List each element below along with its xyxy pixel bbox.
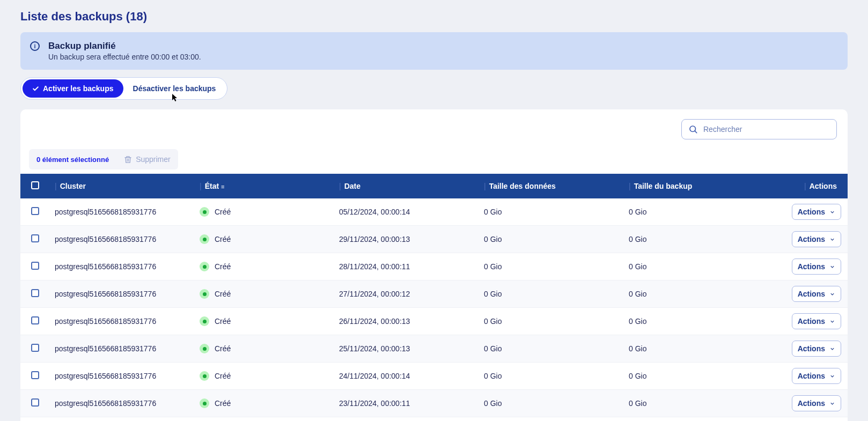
sort-icon: ≡ <box>221 183 223 190</box>
cell-state: Créé <box>194 308 334 335</box>
row-actions-button[interactable]: Actions <box>792 286 841 302</box>
chevron-down-icon <box>829 346 835 352</box>
cell-data-size: 0 Gio <box>479 390 623 417</box>
enable-backups-label: Activer les backups <box>43 84 114 93</box>
cell-cluster: postgresql5165668185931776 <box>49 198 194 226</box>
row-actions-button[interactable]: Actions <box>792 313 841 329</box>
search-field[interactable] <box>681 119 837 139</box>
banner-title: Backup planifié <box>48 41 838 51</box>
banner-text: Un backup sera effectué entre 00:00 et 0… <box>48 53 838 61</box>
table-row: postgresql5165668185931776 Créé 23/11/20… <box>20 390 848 417</box>
chevron-down-icon <box>829 264 835 270</box>
backup-toggle-group: Activer les backups Désactiver les backu… <box>20 77 227 100</box>
chevron-down-icon <box>829 319 835 324</box>
cell-cluster: postgresql5165668185931776 <box>49 226 194 253</box>
disable-backups-label: Désactiver les backups <box>133 84 216 93</box>
cell-date: 23/11/2024, 00:00:11 <box>334 390 479 417</box>
row-checkbox[interactable] <box>31 371 39 379</box>
row-checkbox[interactable] <box>31 316 39 324</box>
row-checkbox[interactable] <box>31 207 39 215</box>
col-backup-size[interactable]: |Taille du backup <box>623 174 763 198</box>
cell-state: Créé <box>194 390 334 417</box>
row-checkbox[interactable] <box>31 398 39 407</box>
cell-data-size: 0 Gio <box>479 335 623 363</box>
row-actions-button[interactable]: Actions <box>792 368 841 384</box>
row-checkbox[interactable] <box>31 344 39 352</box>
chevron-down-icon <box>829 237 835 242</box>
cell-state: Créé <box>194 280 334 308</box>
cell-date: 25/11/2024, 00:00:13 <box>334 335 479 363</box>
cell-backup-size: 0 Gio <box>623 390 763 417</box>
chevron-down-icon <box>829 291 835 297</box>
search-input[interactable] <box>703 125 830 134</box>
cell-cluster: postgresql5165668185931776 <box>49 308 194 335</box>
row-actions-button[interactable]: Actions <box>792 231 841 247</box>
check-icon <box>32 85 39 92</box>
row-actions-button[interactable]: Actions <box>792 341 841 357</box>
status-dot-icon <box>200 398 209 408</box>
table-row: postgresql5165668185931776 Créé 29/11/20… <box>20 226 848 253</box>
cell-data-size: 0 Gio <box>479 253 623 280</box>
cell-state: Créé <box>194 363 334 390</box>
col-actions: |Actions <box>763 174 848 198</box>
cell-date: 05/12/2024, 00:00:14 <box>334 198 479 226</box>
backup-table: |Cluster |État≡ |Date |Taille des donnée… <box>20 174 848 417</box>
col-data-size[interactable]: |Taille des données <box>479 174 623 198</box>
cell-backup-size: 0 Gio <box>623 308 763 335</box>
table-row: postgresql5165668185931776 Créé 28/11/20… <box>20 253 848 280</box>
status-dot-icon <box>200 289 209 299</box>
row-actions-button[interactable]: Actions <box>792 258 841 275</box>
cell-data-size: 0 Gio <box>479 226 623 253</box>
cell-state: Créé <box>194 253 334 280</box>
search-icon <box>688 124 698 134</box>
delete-button[interactable]: Supprimer <box>124 155 171 164</box>
table-row: postgresql5165668185931776 Créé 24/11/20… <box>20 363 848 390</box>
table-footer: Éléments par page: 8 Éléments 1 à 8 sur … <box>20 417 848 421</box>
cell-date: 29/11/2024, 00:00:13 <box>334 226 479 253</box>
chevron-down-icon <box>829 373 835 379</box>
chevron-down-icon <box>829 209 835 215</box>
cell-state: Créé <box>194 226 334 253</box>
trash-icon <box>124 156 132 164</box>
row-checkbox[interactable] <box>31 234 39 242</box>
cell-backup-size: 0 Gio <box>623 226 763 253</box>
select-all-checkbox[interactable] <box>31 181 39 189</box>
col-state[interactable]: |État≡ <box>194 174 334 198</box>
row-actions-button[interactable]: Actions <box>792 395 841 411</box>
cell-data-size: 0 Gio <box>479 198 623 226</box>
col-date[interactable]: |Date <box>334 174 479 198</box>
page-title: Liste des backups (18) <box>20 10 848 24</box>
table-row: postgresql5165668185931776 Créé 27/11/20… <box>20 280 848 308</box>
row-checkbox[interactable] <box>31 262 39 270</box>
table-row: postgresql5165668185931776 Créé 05/12/20… <box>20 198 848 226</box>
scheduled-backup-banner: i Backup planifié Un backup sera effectu… <box>20 32 848 70</box>
status-dot-icon <box>200 262 209 271</box>
cell-state: Créé <box>194 335 334 363</box>
cell-cluster: postgresql5165668185931776 <box>49 253 194 280</box>
svg-line-1 <box>695 131 697 133</box>
selection-bar: 0 élément sélectionné Supprimer <box>29 149 178 169</box>
col-cluster[interactable]: |Cluster <box>49 174 194 198</box>
cell-cluster: postgresql5165668185931776 <box>49 363 194 390</box>
row-actions-button[interactable]: Actions <box>792 204 841 220</box>
cell-state: Créé <box>194 198 334 226</box>
table-row: postgresql5165668185931776 Créé 26/11/20… <box>20 308 848 335</box>
cell-date: 26/11/2024, 00:00:13 <box>334 308 479 335</box>
cell-backup-size: 0 Gio <box>623 280 763 308</box>
enable-backups-button[interactable]: Activer les backups <box>23 79 123 98</box>
table-row: postgresql5165668185931776 Créé 25/11/20… <box>20 335 848 363</box>
row-checkbox[interactable] <box>31 289 39 297</box>
status-dot-icon <box>200 207 209 217</box>
chevron-down-icon <box>829 401 835 407</box>
backup-table-card: 0 élément sélectionné Supprimer |Cluster… <box>20 109 848 421</box>
status-dot-icon <box>200 316 209 326</box>
cell-backup-size: 0 Gio <box>623 198 763 226</box>
cell-data-size: 0 Gio <box>479 280 623 308</box>
selection-count: 0 élément sélectionné <box>36 156 109 164</box>
cell-backup-size: 0 Gio <box>623 363 763 390</box>
cell-backup-size: 0 Gio <box>623 253 763 280</box>
cursor-icon <box>171 93 179 104</box>
cell-backup-size: 0 Gio <box>623 335 763 363</box>
delete-label: Supprimer <box>136 155 171 164</box>
cell-data-size: 0 Gio <box>479 363 623 390</box>
